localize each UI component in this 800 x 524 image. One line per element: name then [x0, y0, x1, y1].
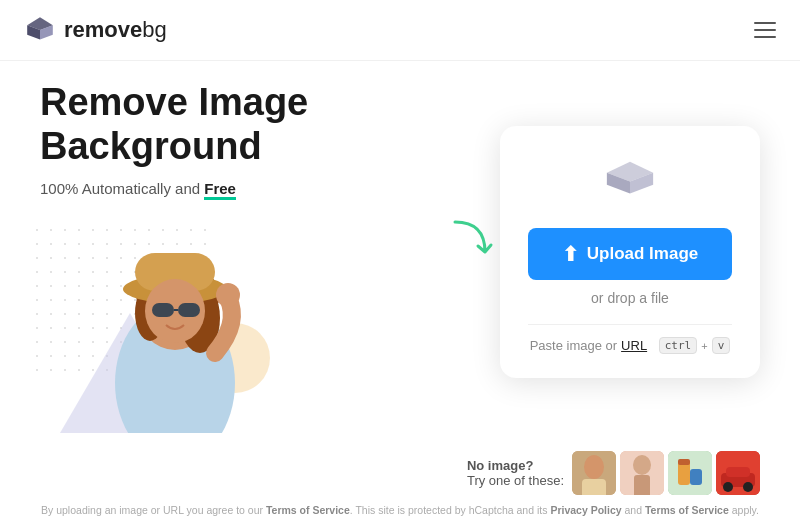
kbd-ctrl: ctrl [659, 337, 698, 354]
hamburger-line [754, 29, 776, 31]
headline: Remove Image Background [40, 81, 440, 168]
thumbnail-woman[interactable] [572, 451, 616, 495]
svg-point-19 [584, 455, 604, 479]
terms-text: By uploading an image or URL you agree t… [0, 501, 800, 519]
arrow-decoration [440, 212, 500, 272]
main-content: Remove Image Background 100% Automatical… [0, 61, 800, 443]
paste-prefix: Paste image or [530, 338, 617, 353]
layers-icon [600, 156, 660, 206]
logo-icon [24, 14, 56, 46]
hamburger-button[interactable] [754, 22, 776, 38]
subheadline: 100% Automatically and Free [40, 180, 440, 197]
svg-point-22 [633, 455, 651, 475]
drop-text: or drop a file [591, 290, 669, 306]
try-label: No image? Try one of these: [467, 458, 564, 488]
upload-button-label: Upload Image [587, 244, 698, 264]
terms2-link[interactable]: Terms of Service [645, 504, 729, 516]
try-these-section: No image? Try one of these: [467, 451, 760, 495]
privacy-link[interactable]: Privacy Policy [550, 504, 621, 516]
svg-point-31 [723, 482, 733, 492]
svg-rect-11 [152, 303, 174, 317]
svg-rect-12 [178, 303, 200, 317]
url-link[interactable]: URL [621, 338, 647, 353]
upload-box: ⬆ Upload Image or drop a file Paste imag… [500, 126, 760, 378]
person-image [70, 223, 280, 433]
thumbnail-car[interactable] [716, 451, 760, 495]
svg-rect-23 [634, 475, 650, 495]
thumbnail-statue[interactable] [620, 451, 664, 495]
logo-text: removebg [64, 17, 167, 43]
hamburger-line [754, 36, 776, 38]
hero-left: Remove Image Background 100% Automatical… [40, 81, 440, 433]
svg-rect-27 [678, 459, 690, 465]
bottom-section: No image? Try one of these: [0, 443, 800, 501]
svg-rect-30 [726, 467, 750, 477]
hamburger-line [754, 22, 776, 24]
kbd-v: v [712, 337, 731, 354]
svg-point-32 [743, 482, 753, 492]
paste-row: Paste image or URL ctrl + v [530, 337, 731, 354]
svg-point-14 [216, 283, 240, 307]
terms-link[interactable]: Terms of Service [266, 504, 350, 516]
svg-rect-26 [690, 469, 702, 485]
thumbnail-toy[interactable] [668, 451, 712, 495]
paste-spacer [651, 338, 655, 353]
header: removebg [0, 0, 800, 61]
svg-rect-20 [582, 479, 606, 495]
kbd-plus: + [701, 340, 707, 352]
hero-image-area [40, 213, 300, 433]
upload-icon-area [600, 156, 660, 210]
thumbnail-row [572, 451, 760, 495]
divider [528, 324, 732, 325]
logo[interactable]: removebg [24, 14, 167, 46]
upload-arrow-icon: ⬆ [562, 242, 579, 266]
upload-button[interactable]: ⬆ Upload Image [528, 228, 732, 280]
